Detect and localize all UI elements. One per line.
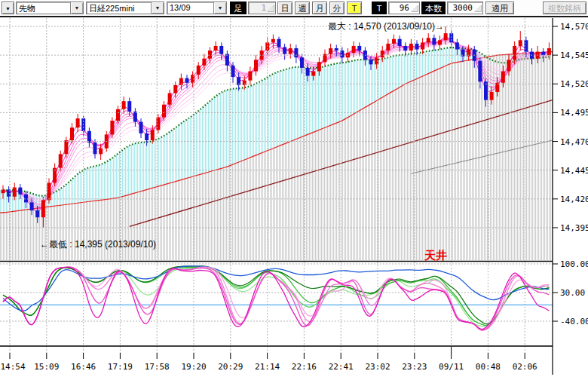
candle-body [202, 59, 206, 66]
candle-body [214, 46, 218, 51]
time-axis-label: 23:23 [402, 362, 427, 372]
bar-count-input[interactable] [449, 3, 473, 13]
price-and-oscillator-chart[interactable]: 14,57014,54514,52014,49514,47014,44514,4… [0, 17, 588, 377]
interval-input-box [248, 2, 276, 14]
period-minute-button[interactable]: 分 [329, 2, 345, 14]
candle-body [168, 93, 172, 104]
candle-body [421, 42, 424, 49]
price-axis-label: 14,495 [560, 108, 588, 118]
oscillator-green-line [3, 268, 549, 326]
candle-body [329, 48, 332, 54]
chevron-down-icon[interactable]: ▼ [70, 2, 83, 14]
candle-body [93, 143, 97, 154]
period-week-button[interactable]: 週 [295, 2, 310, 14]
candle-body [311, 71, 315, 75]
candle-body [352, 46, 356, 53]
contract-month-select[interactable]: 13/09 ▼ [167, 2, 227, 14]
candle-body [283, 47, 286, 54]
candle-body [438, 40, 442, 44]
candle-body [185, 78, 189, 83]
candle-body [87, 131, 91, 143]
candle-body [35, 210, 39, 217]
candle-body [409, 44, 413, 51]
candle-body [248, 71, 252, 80]
time-axis-label: 00:48 [476, 362, 501, 372]
tick-value-input[interactable] [390, 3, 409, 13]
candle-body [484, 81, 488, 100]
candle-body [70, 127, 74, 140]
candle-body [455, 42, 459, 49]
tick-count-label: T [372, 2, 387, 14]
chevron-down-icon: ▼ [5, 6, 11, 11]
candle-body [519, 40, 522, 46]
period-month-button[interactable]: 月 [312, 2, 327, 14]
time-axis-label: 19:20 [181, 362, 206, 372]
candle-body [254, 60, 258, 71]
time-axis-label: 20:29 [218, 362, 243, 372]
candle-body [2, 190, 5, 194]
candle-body [231, 66, 235, 77]
candle-body [300, 57, 304, 68]
candle-body [432, 38, 436, 44]
candle-body [357, 46, 361, 51]
candle-body [289, 48, 292, 54]
spinner-icon[interactable] [474, 5, 482, 12]
candle-body [415, 44, 419, 50]
chevron-down-icon[interactable]: ▼ [213, 2, 226, 14]
chevron-down-icon[interactable]: ▼ [151, 2, 164, 14]
interval-input[interactable] [250, 3, 266, 13]
candle-body [64, 140, 68, 154]
candle-body [173, 85, 177, 93]
candle-body [99, 149, 103, 155]
candle-body [392, 39, 396, 44]
candle-body [116, 109, 120, 121]
candle-body [306, 68, 310, 76]
candle-body [13, 188, 17, 197]
spinner-icon[interactable] [267, 5, 274, 12]
candle-body [335, 48, 338, 51]
candle-body [317, 62, 321, 71]
candle-body [501, 71, 505, 82]
candle-body [541, 52, 545, 56]
instrument-type-select[interactable]: 先物 ▼ [16, 2, 84, 14]
time-axis-label: 22:16 [292, 362, 317, 372]
price-panel [0, 26, 553, 260]
candle-body [24, 195, 28, 203]
candle-body [403, 46, 407, 51]
period-tick-button[interactable]: T [347, 2, 362, 14]
collapse-dropdown-button[interactable]: ▼ [2, 2, 14, 14]
candle-body [47, 182, 51, 200]
candle-body [277, 39, 281, 48]
candle-body [369, 60, 373, 64]
candle-body [507, 60, 511, 71]
bar-type-label: 足 [230, 2, 247, 14]
oscillator-panel [0, 266, 553, 330]
candle-body [76, 118, 80, 127]
candle-body [243, 81, 247, 85]
candle-body [208, 51, 212, 59]
oscillator-green-line [3, 266, 549, 324]
price-axis-label: 14,470 [560, 137, 588, 147]
apply-button[interactable]: 適用 [485, 2, 514, 14]
spinner-icon[interactable] [411, 5, 418, 12]
min-price-annotation: ←最低 : 14,395 (2013/09/10) [40, 239, 156, 250]
oscillator-axis-label: 30.00 [560, 288, 585, 298]
price-axis-label: 14,570 [560, 22, 588, 32]
candle-body [225, 54, 229, 66]
price-axis-label: 14,420 [560, 195, 588, 204]
period-day-button[interactable]: 日 [277, 2, 292, 14]
time-axis-label: 09/11 [439, 362, 464, 372]
instrument-value: 日経225mini [89, 3, 135, 14]
candle-body [59, 154, 63, 167]
multi-symbol-button[interactable]: 複数銘柄 [543, 2, 586, 14]
max-price-annotation: 最大 : 14,570 (2013/09/10)→ [328, 21, 444, 32]
time-axis-label: 22:41 [329, 362, 354, 372]
candle-body [386, 44, 390, 51]
candle-body [145, 133, 149, 140]
bar-count-label: 本数 [421, 2, 446, 14]
time-axis-label: 23:02 [365, 362, 390, 372]
candle-body [513, 46, 516, 60]
instrument-select[interactable]: 日経225mini ▼ [86, 2, 164, 14]
oscillator-axis-label: -40.00 [560, 317, 588, 326]
ceiling-signal-label: 天井 [424, 249, 447, 262]
